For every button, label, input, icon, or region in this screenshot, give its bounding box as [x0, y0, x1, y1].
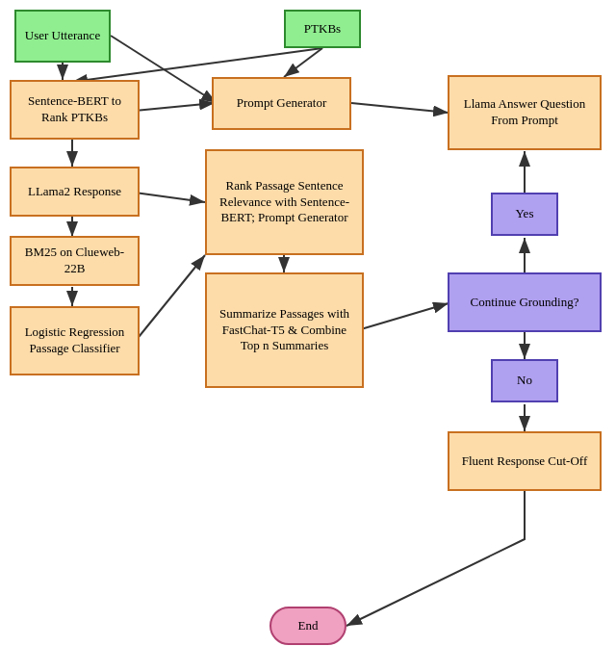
rank-passage-node: Rank Passage Sentence Relevance with Sen… — [205, 149, 364, 255]
user-utterance-node: User Utterance — [14, 10, 111, 63]
flowchart: User Utterance PTKBs Sentence-BERT to Ra… — [0, 0, 616, 672]
svg-line-3 — [135, 103, 215, 111]
no-node: No — [491, 359, 558, 402]
svg-line-8 — [135, 193, 205, 202]
logistic-regression-node: Logistic Regression Passage Classifier — [10, 306, 140, 375]
sentence-bert-node: Sentence-BERT to Rank PTKBs — [10, 80, 140, 140]
fluent-response-node: Fluent Response Cut-Off — [448, 431, 602, 491]
svg-line-10 — [361, 303, 449, 329]
llama2-response-node: LLama2 Response — [10, 167, 140, 217]
llama-answer-node: Llama Answer Question From Prompt — [448, 75, 602, 150]
continue-grounding-node: Continue Grounding? — [448, 272, 602, 332]
yes-node: Yes — [491, 193, 558, 236]
svg-line-2 — [284, 48, 322, 77]
svg-line-4 — [351, 103, 449, 113]
ptkbs-node: PTKBs — [284, 10, 361, 48]
bm25-node: BM25 on Clueweb-22B — [10, 236, 140, 286]
prompt-generator-node: Prompt Generator — [212, 77, 351, 130]
summarize-node: Summarize Passages with FastChat-T5 & Co… — [205, 272, 364, 388]
end-node: End — [270, 607, 346, 645]
